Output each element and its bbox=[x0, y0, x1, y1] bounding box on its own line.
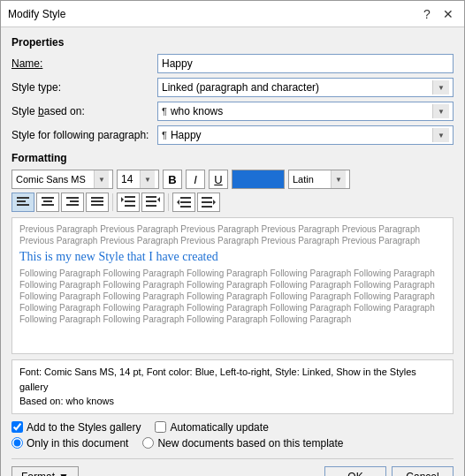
svg-rect-10 bbox=[66, 204, 79, 206]
preview-box: Previous Paragraph Previous Paragraph Pr… bbox=[11, 217, 454, 354]
toolbar-sep-1 bbox=[112, 193, 113, 211]
svg-rect-2 bbox=[17, 204, 29, 206]
formatting-section: Formatting Comic Sans MS ▼ 14 ▼ B I U La… bbox=[11, 152, 454, 212]
line-spacing-2-button[interactable] bbox=[141, 193, 164, 212]
align-justify-button[interactable] bbox=[86, 193, 109, 212]
new-docs-text: New documents based on this template bbox=[157, 437, 343, 450]
close-button[interactable]: ✕ bbox=[439, 5, 457, 23]
svg-rect-12 bbox=[91, 197, 103, 199]
cancel-button[interactable]: Cancel bbox=[392, 466, 454, 477]
only-doc-label[interactable]: Only in this document bbox=[11, 437, 128, 450]
description-box: Font: Comic Sans MS, 14 pt, Font color: … bbox=[11, 359, 454, 414]
auto-update-text: Automatically update bbox=[170, 421, 268, 434]
line-spacing-button[interactable] bbox=[117, 193, 140, 212]
font-size: 14 bbox=[121, 173, 133, 185]
size-select-arrow: ▼ bbox=[140, 170, 155, 188]
preview-following-para: Following Paragraph Following Paragraph … bbox=[19, 268, 446, 325]
svg-rect-17 bbox=[125, 200, 135, 202]
align-right-icon bbox=[66, 197, 79, 208]
add-to-gallery-text: Add to the Styles gallery bbox=[27, 421, 141, 434]
svg-rect-14 bbox=[91, 204, 103, 206]
description-based-on: Based on: who knows bbox=[19, 394, 446, 409]
style-type-label: Style type: bbox=[11, 81, 157, 94]
svg-rect-20 bbox=[146, 196, 156, 198]
style-following-select[interactable]: ¶ Happy ▼ bbox=[157, 125, 454, 145]
properties-label: Properties bbox=[11, 36, 454, 49]
help-button[interactable]: ? bbox=[418, 5, 436, 23]
indent-increase-button[interactable] bbox=[197, 193, 220, 212]
bold-button[interactable]: B bbox=[163, 170, 182, 189]
para-icon-following: ¶ bbox=[162, 130, 167, 140]
svg-rect-9 bbox=[70, 200, 79, 202]
language-select[interactable]: Latin ▼ bbox=[288, 170, 350, 189]
svg-rect-29 bbox=[202, 201, 212, 203]
style-based-value: who knows bbox=[171, 105, 223, 117]
style-type-value: Linked (paragraph and character) bbox=[162, 81, 319, 94]
style-type-row: Style type: Linked (paragraph and charac… bbox=[11, 78, 454, 97]
align-right-button[interactable] bbox=[61, 193, 84, 212]
svg-rect-21 bbox=[146, 200, 156, 202]
style-type-select[interactable]: Linked (paragraph and character) ▼ bbox=[157, 78, 454, 97]
svg-rect-25 bbox=[180, 201, 191, 203]
style-type-arrow: ▼ bbox=[432, 80, 449, 94]
auto-update-label[interactable]: Automatically update bbox=[155, 421, 268, 434]
font-color-button[interactable] bbox=[232, 170, 285, 189]
align-left-icon bbox=[17, 197, 29, 208]
style-based-row: Style based on: ¶ who knows ▼ bbox=[11, 102, 454, 121]
indent-decrease-button[interactable] bbox=[172, 193, 195, 212]
title-bar-right: ? ✕ bbox=[418, 5, 457, 23]
align-left-button[interactable] bbox=[11, 193, 34, 212]
button-row: Format ▼ OK Cancel bbox=[11, 458, 454, 477]
svg-rect-8 bbox=[66, 197, 79, 199]
description-font-info: Font: Comic Sans MS, 14 pt, Font color: … bbox=[19, 365, 446, 394]
style-following-label: Style for following paragraph: bbox=[11, 129, 157, 141]
add-to-gallery-label[interactable]: Add to the Styles gallery bbox=[11, 421, 141, 434]
underline-button[interactable]: U bbox=[209, 170, 228, 189]
font-select[interactable]: Comic Sans MS ▼ bbox=[11, 170, 113, 189]
svg-marker-19 bbox=[121, 197, 124, 202]
style-following-row: Style for following paragraph: ¶ Happy ▼ bbox=[11, 125, 454, 145]
line-spacing-icon bbox=[121, 196, 135, 208]
svg-rect-4 bbox=[42, 197, 54, 199]
toolbar-sep-2 bbox=[168, 193, 169, 211]
style-based-label: Style based on: bbox=[11, 105, 157, 117]
add-to-gallery-checkbox[interactable] bbox=[11, 421, 23, 433]
svg-marker-27 bbox=[177, 200, 179, 205]
font-select-arrow: ▼ bbox=[94, 170, 109, 188]
language-value: Latin bbox=[293, 174, 314, 185]
preview-main-para: This is my new Style that I have created bbox=[19, 250, 446, 264]
align-center-icon bbox=[42, 197, 54, 208]
ok-button[interactable]: OK bbox=[324, 466, 386, 477]
svg-rect-22 bbox=[146, 205, 156, 207]
svg-rect-28 bbox=[202, 197, 212, 199]
svg-rect-24 bbox=[180, 197, 191, 199]
format-button[interactable]: Format ▼ bbox=[11, 466, 79, 477]
modify-style-dialog: Modify Style ? ✕ Properties Name: Style … bbox=[0, 0, 465, 476]
indent-decrease-icon bbox=[177, 197, 191, 208]
indent-increase-icon bbox=[202, 197, 216, 208]
svg-rect-1 bbox=[17, 200, 26, 202]
align-justify-icon bbox=[91, 197, 103, 208]
dialog-content: Properties Name: Style type: Linked (par… bbox=[1, 27, 464, 476]
svg-rect-6 bbox=[42, 204, 54, 206]
new-docs-radio[interactable] bbox=[142, 437, 154, 449]
align-center-button[interactable] bbox=[36, 193, 59, 212]
name-input[interactable] bbox=[157, 54, 454, 73]
formatting-label: Formatting bbox=[11, 152, 454, 164]
only-doc-radio[interactable] bbox=[11, 437, 23, 449]
name-label: Name: bbox=[11, 57, 157, 70]
italic-button[interactable]: I bbox=[186, 170, 205, 189]
font-name: Comic Sans MS bbox=[16, 174, 86, 185]
style-based-arrow: ▼ bbox=[432, 104, 449, 118]
style-based-select[interactable]: ¶ who knows ▼ bbox=[157, 102, 454, 121]
dialog-title: Modify Style bbox=[8, 8, 65, 20]
new-docs-label[interactable]: New documents based on this template bbox=[142, 437, 343, 450]
svg-rect-30 bbox=[202, 206, 212, 208]
format-arrow: ▼ bbox=[58, 471, 69, 477]
size-select[interactable]: 14 ▼ bbox=[117, 170, 159, 189]
name-row: Name: bbox=[11, 54, 454, 73]
lang-select-arrow: ▼ bbox=[331, 170, 346, 188]
para-icon-based: ¶ bbox=[162, 106, 167, 117]
auto-update-checkbox[interactable] bbox=[155, 421, 166, 433]
title-bar-left: Modify Style bbox=[8, 8, 65, 20]
